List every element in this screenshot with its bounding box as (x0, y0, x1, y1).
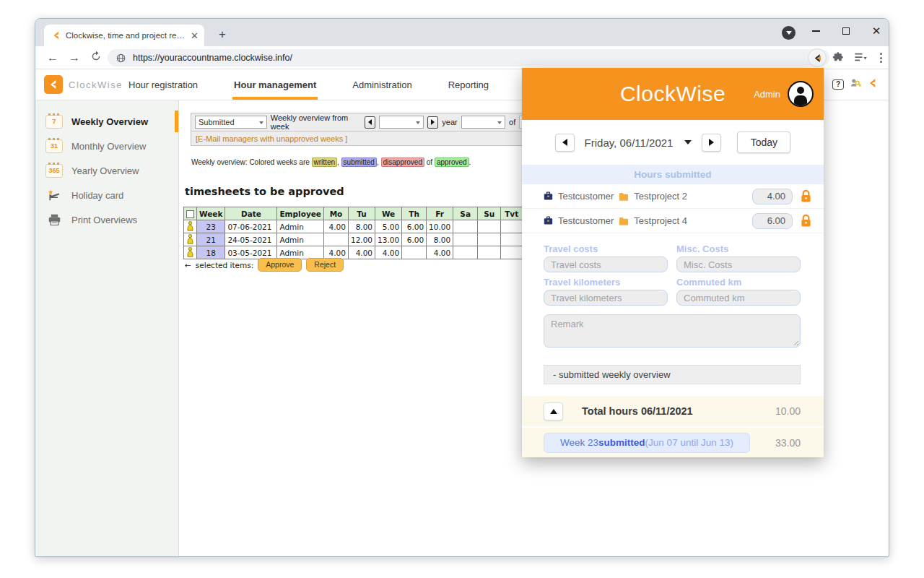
browser-update-icon[interactable] (782, 26, 796, 40)
cell-tvt (501, 233, 523, 246)
popup-user: Admin (754, 68, 814, 120)
misc-costs-label: Misc. Costs (676, 243, 801, 254)
misc-costs-input[interactable] (676, 256, 801, 272)
customer-name: Testcustomer (558, 215, 614, 226)
person-icon (187, 234, 193, 244)
select-all-checkbox[interactable] (186, 210, 194, 218)
email-managers-link[interactable]: [E-Mail managers with unapproved weeks ] (196, 134, 347, 143)
approve-button[interactable]: Approve (258, 258, 302, 272)
lock-icon (800, 214, 812, 228)
calendar-365-icon: 365 (45, 164, 63, 178)
person-icon (187, 247, 193, 257)
cell-su (478, 233, 501, 246)
cell-tvt (501, 220, 523, 233)
browser-addressbar: ← → https://youraccountname.clockwise.in… (35, 46, 889, 69)
cell-sa (453, 233, 478, 246)
travel-costs-label: Travel costs (544, 243, 668, 254)
url-text: https://youraccountname.clockwise.info/ (133, 53, 292, 63)
remark-textarea[interactable] (544, 314, 801, 348)
sidebar-item-monthly-overview[interactable]: 31 Monthly Overview (35, 134, 178, 158)
help-icon[interactable]: ? (832, 79, 844, 90)
person-icon (187, 221, 193, 231)
browser-menu-icon[interactable] (874, 49, 887, 66)
logout-chevron-icon[interactable] (867, 77, 879, 92)
legend-written: written (312, 158, 337, 167)
sidebar-item-yearly-overview[interactable]: 365 Yearly Overview (35, 158, 178, 183)
travel-kilometers-label: Travel kilometers (544, 277, 668, 288)
week-status-button[interactable]: Week 23 submitted (Jun 07 until Jun 13) (544, 433, 750, 453)
project-name: Testproject 2 (634, 191, 687, 202)
next-day-button[interactable] (702, 134, 721, 152)
legend-sep: , (377, 158, 381, 166)
chevron-down-icon (259, 121, 263, 126)
avatar[interactable] (788, 81, 814, 107)
hours-input[interactable]: 6.00 (752, 213, 793, 229)
nav-hour-management[interactable]: Hour management (232, 71, 318, 100)
project-names: Testcustomer Testproject 4 (544, 215, 752, 226)
reload-icon (91, 51, 101, 61)
date-dropdown[interactable]: Friday, 06/11/2021 (585, 137, 692, 149)
year-select[interactable] (461, 116, 505, 129)
reload-button[interactable] (87, 49, 105, 66)
date-navigation: Friday, 06/11/2021 Today (522, 120, 824, 165)
sidebar-item-print-overviews[interactable]: Print Overviews (35, 207, 178, 232)
nav-administration[interactable]: Administration (351, 71, 413, 100)
sidebar-item-weekly-overview[interactable]: 7 Weekly Overview (35, 109, 178, 134)
employee-icon-cell[interactable] (184, 220, 197, 233)
commuted-km-input[interactable] (676, 290, 801, 306)
date-text: Friday, 06/11/2021 (585, 137, 674, 149)
nav-hour-registration[interactable]: Hour registration (127, 71, 199, 100)
chevron-down-icon (416, 121, 420, 126)
url-bar[interactable]: https://youraccountname.clockwise.info/ (108, 49, 829, 66)
sidebar-item-holiday-card[interactable]: Holiday card (35, 183, 178, 207)
reading-list-icon[interactable] (854, 52, 867, 65)
project-name: Testproject 4 (634, 215, 687, 226)
window-maximize-button[interactable] (832, 19, 860, 43)
employee-icon-cell[interactable] (184, 246, 197, 259)
clockwise-extension-icon[interactable] (808, 48, 827, 67)
travel-costs-input[interactable] (544, 256, 668, 272)
tab-close-icon[interactable]: ✕ (191, 31, 199, 40)
nav-reporting[interactable]: Reporting (447, 71, 490, 100)
table-row[interactable]: 18 03-05-2021 Admin 4.00 4.00 4.00 4.00 … (184, 246, 552, 259)
browser-window: Clockwise, time and project regis ✕ + ✕ … (35, 18, 889, 557)
today-button[interactable]: Today (737, 131, 790, 153)
travel-kilometers-input[interactable] (544, 290, 668, 306)
overview-toolbar: Submitted Weekly overview from week year… (191, 113, 566, 146)
cell-tu: 4.00 (348, 246, 375, 259)
col-we: We (375, 207, 402, 220)
week-select[interactable] (379, 116, 423, 129)
app-brand[interactable]: ClockWise (44, 75, 123, 94)
legend-approved: approved (435, 158, 469, 167)
cell-tvt (501, 246, 523, 259)
reject-button[interactable]: Reject (306, 258, 344, 272)
table-row[interactable]: 23 07-06-2021 Admin 4.00 8.00 5.00 6.00 … (184, 220, 552, 233)
selected-items-label: selected items: (196, 261, 253, 269)
back-button[interactable]: ← (44, 49, 61, 66)
status-filter-select[interactable]: Submitted (195, 116, 267, 129)
new-tab-button[interactable]: + (214, 27, 230, 43)
week-next-button[interactable] (427, 116, 439, 129)
password-key-icon[interactable] (849, 77, 862, 92)
printer-icon (45, 214, 63, 226)
briefcase-icon (544, 216, 553, 225)
window-close-button[interactable]: ✕ (863, 19, 890, 43)
employee-icon-cell[interactable] (184, 233, 197, 246)
sidebar-item-label: Weekly Overview (71, 116, 148, 127)
prev-day-button[interactable] (555, 134, 575, 152)
collapse-button[interactable] (544, 402, 563, 420)
legend-disapproved: disapproved (381, 158, 424, 167)
cell-we: 5.00 (375, 220, 402, 233)
cell-date: 07-06-2021 (225, 220, 277, 233)
submitted-note: - submitted weekly overview (544, 365, 801, 384)
cell-th: 6.00 (402, 220, 427, 233)
week-number: Week 23 (560, 437, 598, 448)
extensions-puzzle-icon[interactable] (832, 51, 845, 66)
week-prev-button[interactable] (365, 116, 376, 129)
browser-tab[interactable]: Clockwise, time and project regis ✕ (44, 25, 204, 46)
forward-button[interactable]: → (66, 49, 83, 66)
cell-employee: Admin (277, 220, 324, 233)
window-minimize-button[interactable] (802, 19, 829, 43)
hours-input[interactable]: 4.00 (752, 189, 793, 204)
table-row[interactable]: 21 24-05-2021 Admin 12.00 13.00 6.00 8.0… (184, 233, 552, 246)
